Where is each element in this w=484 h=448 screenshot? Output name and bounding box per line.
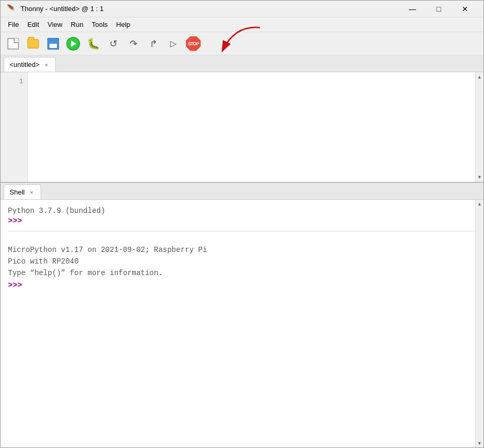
menu-bar: File Edit View Run Tools Help: [1, 17, 483, 32]
stop-icon: STOP: [186, 36, 201, 51]
editor-tab-untitled[interactable]: <untitled> ×: [4, 57, 56, 72]
python-version-line: Python 3.7.9 (bundled): [8, 205, 476, 217]
title-bar: 🪶 Thonny - <untitled> @ 1 : 1 — □ ✕: [1, 1, 483, 17]
shell-prompt-1: >>>: [8, 217, 476, 226]
menu-view[interactable]: View: [43, 19, 66, 30]
menu-file[interactable]: File: [4, 19, 23, 30]
resume-button[interactable]: ▷: [164, 35, 183, 53]
bug-icon: 🐛: [87, 37, 100, 50]
save-file-button[interactable]: [44, 35, 63, 53]
debug-button[interactable]: 🐛: [84, 35, 103, 53]
editor-area: 1 ▲ ▼: [1, 72, 483, 183]
new-file-icon: [7, 38, 19, 50]
save-file-icon: [47, 38, 59, 50]
menu-edit[interactable]: Edit: [23, 19, 43, 30]
scroll-up-arrow[interactable]: ▲: [476, 73, 483, 81]
new-file-button[interactable]: [4, 35, 23, 53]
resume-icon: ▷: [170, 38, 176, 48]
step-out-button[interactable]: ↱: [144, 35, 163, 53]
editor-tab-close[interactable]: ×: [43, 61, 50, 69]
line-number-1: 1: [1, 76, 27, 87]
shell-tab-bar: Shell ×: [1, 183, 483, 200]
menu-help[interactable]: Help: [112, 19, 135, 30]
editor-scrollbar[interactable]: ▲ ▼: [475, 72, 483, 182]
shell-tab-close[interactable]: ×: [28, 189, 35, 196]
open-file-icon: [27, 39, 39, 48]
shell-separator: [8, 231, 476, 231]
shell-scroll-down[interactable]: ▼: [477, 440, 482, 447]
editor-tab-bar: <untitled> ×: [1, 55, 483, 72]
minimize-button[interactable]: —: [400, 2, 424, 16]
line-numbers: 1: [1, 72, 28, 182]
menu-tools[interactable]: Tools: [87, 19, 112, 30]
shell-tab[interactable]: Shell ×: [4, 184, 41, 199]
step-into-icon: ↷: [130, 38, 137, 50]
shell-content[interactable]: Python 3.7.9 (bundled) >>> MicroPython v…: [1, 200, 483, 448]
close-button[interactable]: ✕: [453, 2, 477, 16]
shell-scroll-up[interactable]: ▲: [477, 201, 482, 208]
code-editor[interactable]: [28, 72, 475, 182]
shell-spacer: [8, 237, 476, 244]
open-file-button[interactable]: [24, 35, 43, 53]
shell-tab-label: Shell: [9, 188, 25, 196]
stop-button[interactable]: STOP: [184, 35, 203, 53]
step-into-button[interactable]: ↷: [124, 35, 143, 53]
run-icon: [66, 37, 80, 51]
run-button[interactable]: [64, 35, 83, 53]
window-controls: — □ ✕: [400, 2, 477, 16]
toolbar: 🐛 ↺ ↷ ↱ ▷ STOP: [1, 32, 483, 55]
micropython-info: MicroPython v1.17 on 2021-09-02; Raspber…: [8, 244, 476, 279]
window-title: Thonny - <untitled> @ 1 : 1: [21, 5, 400, 13]
editor-tab-label: <untitled>: [9, 61, 39, 69]
step-over-icon: ↺: [110, 38, 117, 50]
menu-run[interactable]: Run: [66, 19, 87, 30]
step-out-icon: ↱: [150, 38, 157, 50]
shell-prompt-2: >>>: [8, 281, 476, 290]
step-over-button[interactable]: ↺: [104, 35, 123, 53]
app-logo: 🪶: [7, 4, 16, 14]
scroll-down-arrow[interactable]: ▼: [476, 173, 483, 181]
shell-scrollbar[interactable]: ▲ ▼: [475, 200, 483, 448]
maximize-button[interactable]: □: [427, 2, 451, 16]
main-content: <untitled> × 1 ▲ ▼ Shell × Python 3.7.9 …: [1, 55, 483, 448]
